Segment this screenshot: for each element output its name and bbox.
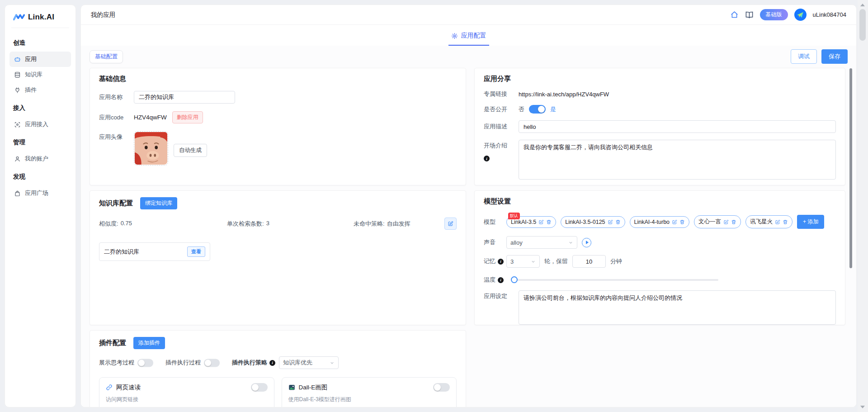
view-knowledge-button[interactable]: 查看: [187, 246, 205, 257]
app-code-label: 应用code: [99, 114, 128, 122]
memory-unit-text: 分钟: [610, 257, 622, 265]
scrollbar-thumb[interactable]: [859, 9, 866, 41]
add-plugin-button[interactable]: 添加插件: [133, 337, 165, 349]
save-button[interactable]: 保存: [821, 49, 848, 64]
model-chip-wenxin[interactable]: 文心一言: [694, 215, 741, 228]
book-icon[interactable]: [745, 10, 754, 19]
default-badge: 默认: [508, 213, 520, 219]
temperature-slider[interactable]: [512, 279, 718, 281]
trash-icon[interactable]: [783, 219, 788, 225]
exec-process-toggle[interactable]: [204, 359, 220, 367]
edit-icon[interactable]: [775, 219, 780, 225]
brand-logo[interactable]: Link.AI: [5, 5, 75, 28]
public-label: 是否公开: [484, 105, 513, 114]
sidebar-item-label: 插件: [25, 86, 37, 94]
plugin-desc: 访问网页链接: [106, 396, 268, 403]
plugin-desc: 使用Dall-E-3模型进行画图: [288, 396, 450, 403]
strategy-info-icon[interactable]: i: [269, 360, 275, 366]
column-right: 应用分享 专属链接 https://link-ai.tech/app/HZV4q…: [474, 68, 845, 407]
app-avatar-image[interactable]: [134, 131, 168, 166]
model-chips: 默认 LinkAI-3.5 LinkAI-3.5-0125: [506, 215, 824, 229]
page-title: 我的应用: [91, 11, 115, 19]
edit-icon[interactable]: [672, 219, 677, 225]
trash-icon[interactable]: [615, 219, 621, 225]
delete-app-button[interactable]: 删除应用: [172, 111, 203, 123]
browser-scrollbar[interactable]: [858, 0, 868, 412]
main-header: 我的应用 基础版 uLink084704: [81, 5, 856, 25]
plugin-card-web-reader: 网页速读 访问网页链接: [99, 377, 274, 407]
inner-scrollbar-thumb[interactable]: [849, 68, 852, 268]
trash-icon[interactable]: [679, 219, 685, 225]
app-setting-textarea[interactable]: 请扮演公司前台，根据知识库的内容向提问人介绍公司的情况: [519, 290, 836, 325]
model-chip-label: LinkAI-3.5-0125: [565, 219, 605, 225]
model-settings-card: 模型设置 模型 默认 LinkAI-3.5: [474, 190, 845, 325]
sidebar-item-account[interactable]: 我的账户: [9, 151, 71, 166]
add-model-button[interactable]: + 添加: [797, 215, 824, 229]
memory-rounds-select[interactable]: 3: [506, 255, 540, 268]
home-icon[interactable]: [730, 10, 739, 19]
share-link-value[interactable]: https://link-ai.tech/app/HZV4qwFW: [519, 91, 609, 98]
column-left: 基础信息 应用名称 应用code HZV4qwFW 删除应用 应用头像: [90, 68, 466, 407]
intro-row: 开场介绍 i 我是你的专属客服二乔，请向我咨询公司相关信息: [484, 140, 836, 180]
public-toggle[interactable]: [529, 105, 546, 114]
tab-app-config[interactable]: 应用配置: [448, 32, 489, 46]
gear-icon: [451, 33, 458, 39]
edit-icon[interactable]: [608, 219, 613, 225]
sidebar-item-label: 应用接入: [25, 120, 48, 128]
edit-knowledge-settings-button[interactable]: [444, 218, 457, 230]
intro-info-icon[interactable]: i: [484, 156, 490, 161]
app-root: Link.AI 创造 应用 知识库 插件 接入 应用接入 管理: [0, 0, 868, 412]
scroll-up-arrow-icon[interactable]: [860, 4, 865, 6]
intro-textarea[interactable]: 我是你的专属客服二乔，请向我咨询公司相关信息: [519, 140, 836, 180]
sidebar-item-plugins[interactable]: 插件: [9, 82, 71, 98]
sidebar-item-app-market[interactable]: 应用广场: [9, 185, 71, 201]
plan-badge[interactable]: 基础版: [760, 9, 788, 20]
model-chip-linkai35[interactable]: 默认 LinkAI-3.5: [506, 216, 556, 228]
show-thinking-label: 展示思考过程: [99, 359, 134, 367]
scroll-down-arrow-icon[interactable]: [860, 406, 865, 408]
app-avatar-label: 应用头像: [99, 133, 128, 141]
memory-info-icon[interactable]: i: [498, 259, 504, 265]
model-chip-linkai4-turbo[interactable]: LinkAI-4-turbo: [630, 216, 690, 228]
model-chip-xunfei[interactable]: 讯飞星火: [745, 215, 793, 228]
model-chip-label: LinkAI-3.5: [511, 219, 536, 225]
edit-icon[interactable]: [723, 219, 729, 225]
slider-handle[interactable]: [511, 276, 518, 283]
temperature-info-icon[interactable]: i: [498, 277, 504, 283]
retrieval-count-value: 3: [266, 220, 269, 228]
model-chip-label: LinkAI-4-turbo: [634, 219, 670, 225]
app-setting-row: 应用设定 请扮演公司前台，根据知识库的内容向提问人介绍公司的情况: [484, 290, 836, 325]
app-setting-label: 应用设定: [484, 292, 513, 300]
autogen-avatar-button[interactable]: 自动生成: [174, 144, 207, 157]
sidebar-item-knowledge[interactable]: 知识库: [9, 67, 71, 82]
pig-avatar-art: [135, 132, 167, 165]
plugin-toggle[interactable]: [433, 383, 450, 392]
app-desc-input[interactable]: [519, 120, 836, 133]
sidebar-item-apps[interactable]: 应用: [9, 52, 71, 67]
edit-icon: [448, 221, 453, 227]
avatar[interactable]: [794, 9, 807, 21]
plugin-head: Dall-E画图: [288, 383, 450, 392]
trash-icon[interactable]: [731, 219, 736, 225]
brand-name: Link.AI: [28, 13, 54, 22]
knowledge-item: 二乔的知识库 查看: [99, 242, 210, 261]
bind-knowledge-button[interactable]: 绑定知识库: [140, 197, 177, 209]
play-voice-button[interactable]: [582, 238, 591, 247]
trash-icon[interactable]: [546, 219, 552, 225]
app-share-card: 应用分享 专属链接 https://link-ai.tech/app/HZV4q…: [474, 68, 845, 185]
memory-minutes-input[interactable]: [572, 255, 606, 268]
debug-button[interactable]: 调试: [791, 49, 817, 64]
model-chip-linkai35-0125[interactable]: LinkAI-3.5-0125: [561, 216, 625, 228]
show-thinking-toggle[interactable]: [137, 359, 153, 367]
app-name-input[interactable]: [134, 91, 235, 104]
plugin-title-row: 插件配置 添加插件: [99, 337, 457, 349]
toolbar-buttons: 调试 保存: [791, 49, 848, 64]
voice-label: 声音: [484, 238, 506, 246]
edit-icon[interactable]: [538, 219, 544, 225]
voice-select[interactable]: alloy: [506, 236, 577, 249]
miss-strategy-stat: 未命中策略: 自由发挥: [354, 220, 444, 228]
basic-config-chip[interactable]: 基础配置: [90, 50, 123, 63]
strategy-select[interactable]: 知识库优先: [279, 356, 339, 369]
plugin-toggle[interactable]: [251, 383, 268, 392]
sidebar-item-app-access[interactable]: 应用接入: [9, 117, 71, 132]
